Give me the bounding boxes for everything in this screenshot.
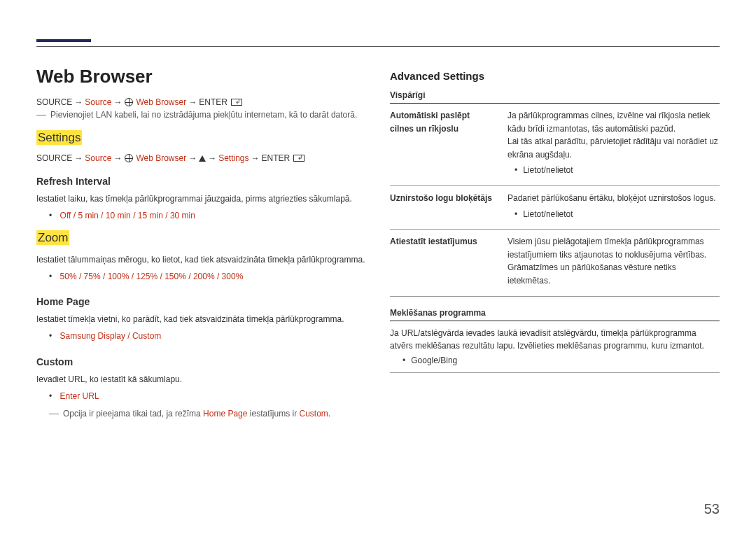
refresh-heading: Refresh Interval [36, 176, 366, 187]
globe-icon [125, 154, 133, 162]
setting-row-popup: Uznirstošo logu bloķētājs Padariet pārlū… [390, 186, 720, 222]
setting-text: Padariet pārlūkošanu ērtāku, bloķējot uz… [507, 193, 716, 203]
globe-icon [125, 98, 133, 106]
list-item: Samsung Display / Custom [49, 330, 366, 343]
custom-heading: Custom [36, 356, 366, 367]
setting-text: Visiem jūsu pielāgotajiem tīmekļa pārlūk… [507, 237, 706, 286]
setting-label: Automātiski paslēpt cilnes un rīkjoslu [390, 109, 495, 177]
setting-row-autohide: Automātiski paslēpt cilnes un rīkjoslu J… [390, 104, 720, 178]
bc-source2: Source [85, 97, 111, 107]
setting-value: Padariet pārlūkošanu ērtāku, bloķējot uz… [507, 192, 720, 220]
divider [390, 321, 720, 321]
left-column: Web Browser SOURCE → Source → Web Browse… [36, 66, 366, 419]
opt: 125% [136, 272, 158, 281]
refresh-options-list: Off / 5 min / 10 min / 15 min / 30 min [36, 209, 366, 223]
enter-icon [231, 99, 242, 106]
list-item: Enter URL [49, 390, 366, 403]
enter-icon [293, 155, 304, 162]
fn-cust: Custom [299, 409, 328, 419]
opt: Enter URL [60, 391, 99, 401]
opt: 75% [84, 272, 101, 281]
zoom-options-list: 50% / 75% / 100% / 125% / 150% / 200% / … [36, 270, 366, 283]
advanced-settings-heading: Advanced Settings [390, 70, 720, 82]
setting-bullet: Lietot/nelietot [514, 208, 720, 221]
opt: 200% [193, 272, 215, 281]
list-item: Off / 5 min / 10 min / 15 min / 30 min [49, 209, 366, 223]
opt: 15 min [138, 211, 163, 220]
opt: 5 min [78, 211, 98, 220]
opt: 10 min [106, 211, 131, 220]
opt: 100% [108, 272, 130, 281]
note-text: Pievienojiet LAN kabeli, lai no izstrādā… [50, 110, 357, 120]
setting-label: Uznirstošo logu bloķētājs [390, 192, 495, 220]
header-rule [36, 46, 720, 47]
custom-footnote: Opcija ir pieejama tikai tad, ja režīma … [36, 409, 366, 419]
bc-source: SOURCE [36, 153, 72, 163]
main-title: Web Browser [36, 66, 366, 87]
setting-bullet: Lietot/nelietot [514, 164, 720, 177]
custom-options-list: Enter URL [36, 390, 366, 403]
arrow-icon: → [74, 97, 83, 107]
opt: 150% [164, 272, 186, 281]
setting-text: Ja pārlūkprogrammas cilnes, izvēlne vai … [507, 111, 718, 160]
bc-source: SOURCE [36, 97, 72, 107]
fn-hp: Home Page [203, 409, 247, 419]
fn-text: iestatījums ir [247, 409, 299, 419]
zoom-desc: Iestatiet tālummaiņas mērogu, ko lietot,… [36, 253, 366, 266]
right-column: Advanced Settings Vispārīgi Automātiski … [390, 66, 720, 419]
fn-text: Opcija ir pieejama tikai tad, ja režīma [63, 409, 203, 419]
bc-settings: Settings [218, 153, 248, 163]
home-heading: Home Page [36, 296, 366, 307]
search-option: Google/Bing [402, 356, 720, 365]
arrow-icon: → [74, 153, 83, 163]
note-1: Pievienojiet LAN kabeli, lai no izstrādā… [36, 110, 366, 120]
bc-webbrowser: Web Browser [136, 97, 186, 107]
page-number: 53 [704, 501, 720, 517]
up-arrow-icon [199, 155, 206, 162]
group-search: Meklēšanas programma [390, 308, 720, 318]
bc-webbrowser: Web Browser [136, 153, 186, 163]
note-dash-icon [36, 115, 46, 115]
bc-enter: ENTER [262, 153, 290, 163]
bc-source2: Source [85, 153, 111, 163]
note-dash-icon [49, 414, 59, 414]
opt: Samsung Display [60, 331, 125, 341]
opt: Off [60, 211, 71, 220]
group-general: Vispārīgi [390, 90, 720, 100]
home-options-list: Samsung Display / Custom [36, 330, 366, 343]
arrow-icon: → [188, 97, 197, 107]
zoom-heading: Zoom [36, 230, 69, 245]
breadcrumb-1: SOURCE → Source → Web Browser → ENTER [36, 97, 366, 107]
setting-label: Atiestatīt iestatījumus [390, 235, 495, 287]
arrow-icon: → [188, 153, 197, 163]
custom-desc: Ievadiet URL, ko iestatīt kā sākumlapu. [36, 373, 366, 386]
search-section: Ja URL/atslēgvārda ievades laukā ievadīs… [390, 327, 720, 365]
bc-enter: ENTER [199, 97, 227, 107]
header-accent [36, 39, 91, 42]
page-content: Web Browser SOURCE → Source → Web Browse… [0, 0, 756, 419]
arrow-icon: → [113, 153, 122, 163]
fn-text: . [328, 409, 330, 419]
setting-row-reset: Atiestatīt iestatījumus Visiem jūsu piel… [390, 230, 720, 288]
opt: Custom [132, 331, 161, 341]
divider [390, 372, 720, 373]
home-desc: Iestatiet tīmekļa vietni, ko parādīt, ka… [36, 313, 366, 325]
settings-heading: Settings [36, 130, 82, 145]
setting-value: Visiem jūsu pielāgotajiem tīmekļa pārlūk… [507, 235, 720, 287]
opt: 300% [222, 272, 244, 281]
arrow-icon: → [251, 153, 260, 163]
arrow-icon: → [208, 153, 216, 163]
list-item: 50% / 75% / 100% / 125% / 150% / 200% / … [49, 270, 366, 283]
opt: 30 min [170, 211, 195, 220]
search-desc: Ja URL/atslēgvārda ievades laukā ievadīs… [390, 327, 720, 353]
setting-value: Ja pārlūkprogrammas cilnes, izvēlne vai … [507, 109, 720, 177]
breadcrumb-2: SOURCE → Source → Web Browser → → Settin… [36, 153, 366, 163]
refresh-desc: Iestatiet laiku, kas tīmekļa pārlūkprogr… [36, 192, 366, 205]
opt: 50% [60, 272, 77, 281]
arrow-icon: → [113, 97, 122, 107]
